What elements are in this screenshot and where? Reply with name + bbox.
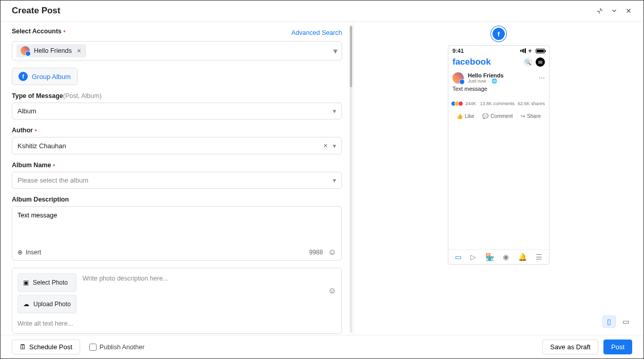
advanced-search-link[interactable]: Advanced Search [291, 29, 342, 36]
battery-icon [536, 49, 545, 53]
save-draft-button[interactable]: Save as Draft [542, 340, 598, 354]
mobile-toggle[interactable]: ▯ [602, 315, 616, 328]
remove-chip-icon[interactable]: × [76, 47, 82, 55]
comments-count: 13.8K comments [480, 101, 515, 106]
emoji-icon[interactable]: ☺ [328, 248, 336, 257]
calendar-icon: 🗓 [20, 343, 26, 351]
preview-time: 9:41 [452, 48, 464, 54]
comment-icon: 💬 [482, 113, 488, 119]
share-action: ↪Share [521, 113, 541, 119]
groups-tab-icon: ◉ [503, 253, 509, 261]
char-counter: 9988 [309, 249, 323, 256]
message-type-hint: (Post, Album) [63, 92, 102, 99]
album-name-placeholder: Please select the album [17, 176, 88, 184]
facebook-logo: facebook [452, 57, 491, 67]
publish-another-checkbox[interactable]: Publish Another [89, 344, 145, 351]
publish-another-label: Publish Another [100, 344, 145, 351]
schedule-post-label: Schedule Post [29, 343, 72, 351]
author-label: Author [12, 127, 33, 134]
accounts-label: Select Accounts [12, 28, 62, 35]
reaction-count: 244K [465, 101, 476, 106]
desktop-toggle[interactable]: ▭ [619, 315, 632, 328]
photo-description-input[interactable] [83, 274, 336, 283]
album-name-label: Album Name [12, 162, 51, 169]
home-tab-icon: ▭ [455, 253, 462, 261]
wifi-icon: ᯤ [528, 48, 534, 54]
watch-tab-icon: ▷ [470, 253, 476, 261]
upload-photo-label: Upload Photo [33, 301, 71, 308]
accounts-select[interactable]: Hello Friends × ▾ [12, 41, 342, 61]
post-button[interactable]: Post [603, 340, 632, 354]
chevron-down-icon: ▾ [333, 176, 336, 184]
insert-label: Insert [26, 249, 41, 256]
preview-posted-time: Just now [468, 78, 486, 84]
cloud-upload-icon: ☁ [23, 301, 29, 308]
menu-tab-icon: ☰ [536, 253, 542, 261]
emoji-icon[interactable]: ☺ [328, 286, 336, 295]
avatar-icon [452, 72, 464, 84]
account-chip[interactable]: Hello Friends × [16, 44, 86, 57]
insert-button[interactable]: ⊕ Insert [17, 249, 41, 256]
account-chip-label: Hello Friends [34, 47, 72, 54]
globe-icon: 🌐 [491, 78, 497, 84]
search-icon: 🔍 [523, 57, 533, 67]
group-album-label: Group Album [32, 73, 71, 81]
chevron-down-icon[interactable]: ▾ [333, 46, 337, 56]
author-select[interactable]: Kshitiz Chauhan ×▾ [12, 137, 342, 154]
signal-icon [520, 48, 526, 53]
reactions-icons [452, 101, 463, 106]
album-name-select[interactable]: Please select the album ▾ [12, 172, 342, 189]
alt-text-input[interactable] [17, 319, 336, 328]
clear-author-icon[interactable]: × [323, 142, 329, 150]
modal-title: Create Post [12, 6, 60, 16]
author-value: Kshitiz Chauhan [17, 142, 66, 150]
plus-icon: ⊕ [17, 249, 23, 256]
message-type-label: Type of Message [12, 92, 63, 99]
bell-tab-icon: 🔔 [518, 253, 527, 261]
messenger-icon: ✉ [536, 57, 545, 67]
photo-icon: ▣ [23, 279, 29, 286]
close-icon[interactable] [625, 7, 632, 14]
schedule-post-button[interactable]: 🗓 Schedule Post [12, 340, 80, 354]
album-description-input[interactable] [17, 212, 336, 243]
collapse-icon[interactable] [611, 7, 618, 14]
chevron-down-icon: ▾ [333, 107, 336, 115]
message-type-select[interactable]: Album ▾ [12, 103, 342, 119]
message-type-value: Album [17, 107, 36, 115]
avatar-icon [21, 46, 30, 55]
mobile-preview: 9:41 ᯤ facebook 🔍 ✉ [448, 45, 550, 265]
share-icon: ↪ [521, 113, 525, 119]
like-icon: 👍 [457, 113, 463, 119]
like-action: 👍Like [457, 113, 474, 119]
minimize-icon[interactable] [596, 7, 603, 14]
more-icon: ⋯ [539, 74, 545, 82]
publish-another-input[interactable] [89, 344, 97, 351]
select-photo-button[interactable]: ▣ Select Photo [17, 273, 77, 292]
select-photo-label: Select Photo [33, 279, 68, 286]
group-album-button[interactable]: f Group Album [12, 68, 78, 85]
facebook-icon: f [18, 72, 28, 81]
album-description-label: Album Description [12, 196, 342, 203]
preview-account-name: Hello Friends [468, 72, 504, 78]
upload-photo-button[interactable]: ☁ Upload Photo [17, 295, 77, 313]
market-tab-icon: 🏪 [485, 253, 494, 261]
shares-count: 62.6K shares [518, 101, 545, 106]
chevron-down-icon: ▾ [333, 142, 336, 150]
facebook-icon: f [493, 28, 505, 40]
preview-post-text: Text message [452, 86, 545, 95]
comment-action: 💬Comment [482, 113, 513, 119]
